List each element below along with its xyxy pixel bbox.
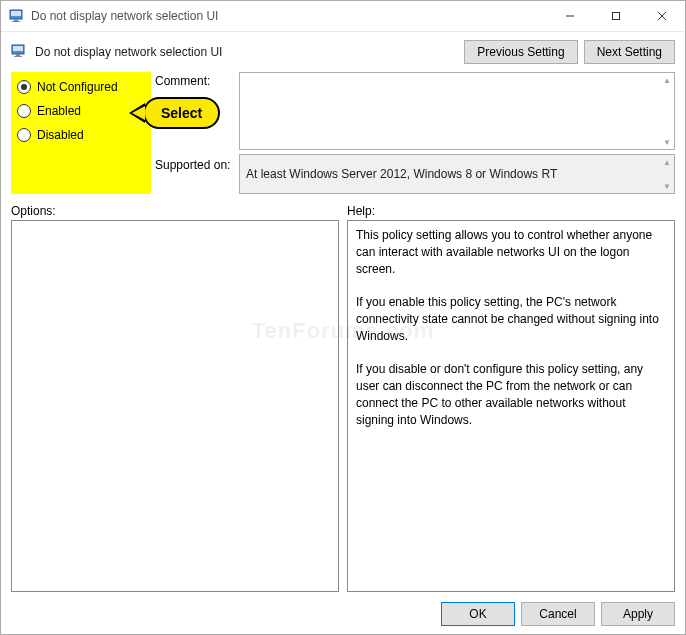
- maximize-button[interactable]: [593, 1, 639, 31]
- radio-dot-icon: [17, 80, 31, 94]
- options-label: Options:: [11, 204, 339, 218]
- radio-dot-icon: [17, 104, 31, 118]
- minimize-button[interactable]: [547, 1, 593, 31]
- options-panel: [11, 220, 339, 592]
- radio-disabled[interactable]: Disabled: [17, 128, 145, 142]
- radio-label: Disabled: [37, 128, 84, 142]
- radio-label: Enabled: [37, 104, 81, 118]
- radio-label: Not Configured: [37, 80, 118, 94]
- footer: OK Cancel Apply: [11, 602, 675, 626]
- policy-icon: [9, 8, 25, 24]
- svg-rect-10: [16, 54, 20, 56]
- titlebar: Do not display network selection UI: [1, 1, 685, 32]
- svg-rect-3: [12, 21, 20, 22]
- nav-buttons: Previous Setting Next Setting: [464, 40, 675, 64]
- window: Do not display network selection UI: [0, 0, 686, 635]
- svg-rect-11: [14, 56, 22, 57]
- comment-label: Comment:: [155, 72, 235, 150]
- previous-setting-button[interactable]: Previous Setting: [464, 40, 577, 64]
- header-row: Do not display network selection UI Prev…: [11, 40, 675, 64]
- window-title: Do not display network selection UI: [31, 9, 218, 23]
- svg-rect-9: [13, 46, 23, 51]
- page-title: Do not display network selection UI: [35, 45, 222, 59]
- radio-enabled[interactable]: Enabled: [17, 104, 145, 118]
- mid-labels: Options: Help:: [11, 204, 675, 218]
- scroll-up-icon[interactable]: ▲: [661, 156, 673, 168]
- top-area: Not Configured Enabled Disabled Comment:…: [11, 72, 675, 194]
- scroll-down-icon[interactable]: ▼: [661, 136, 673, 148]
- close-button[interactable]: [639, 1, 685, 31]
- radio-dot-icon: [17, 128, 31, 142]
- help-label: Help:: [347, 204, 675, 218]
- svg-rect-1: [11, 11, 21, 16]
- cancel-button[interactable]: Cancel: [521, 602, 595, 626]
- panels: This policy setting allows you to contro…: [11, 220, 675, 592]
- titlebar-left: Do not display network selection UI: [9, 8, 218, 24]
- ok-button[interactable]: OK: [441, 602, 515, 626]
- comment-field-wrapper: ▲ ▼: [239, 72, 675, 150]
- window-controls: [547, 1, 685, 31]
- supported-on-value: At least Windows Server 2012, Windows 8 …: [239, 154, 675, 194]
- svg-rect-2: [14, 19, 18, 21]
- svg-rect-5: [613, 13, 620, 20]
- apply-button[interactable]: Apply: [601, 602, 675, 626]
- supported-on-field-wrapper: At least Windows Server 2012, Windows 8 …: [239, 154, 675, 194]
- scroll-down-icon[interactable]: ▼: [661, 180, 673, 192]
- next-setting-button[interactable]: Next Setting: [584, 40, 675, 64]
- help-panel: This policy setting allows you to contro…: [347, 220, 675, 592]
- state-radio-group: Not Configured Enabled Disabled: [11, 72, 151, 194]
- comment-textarea[interactable]: [239, 72, 675, 150]
- header-left: Do not display network selection UI: [11, 43, 222, 62]
- supported-on-label: Supported on:: [155, 154, 235, 194]
- content: Do not display network selection UI Prev…: [1, 32, 685, 635]
- scroll-up-icon[interactable]: ▲: [661, 74, 673, 86]
- radio-not-configured[interactable]: Not Configured: [17, 80, 145, 94]
- policy-icon: [11, 43, 27, 62]
